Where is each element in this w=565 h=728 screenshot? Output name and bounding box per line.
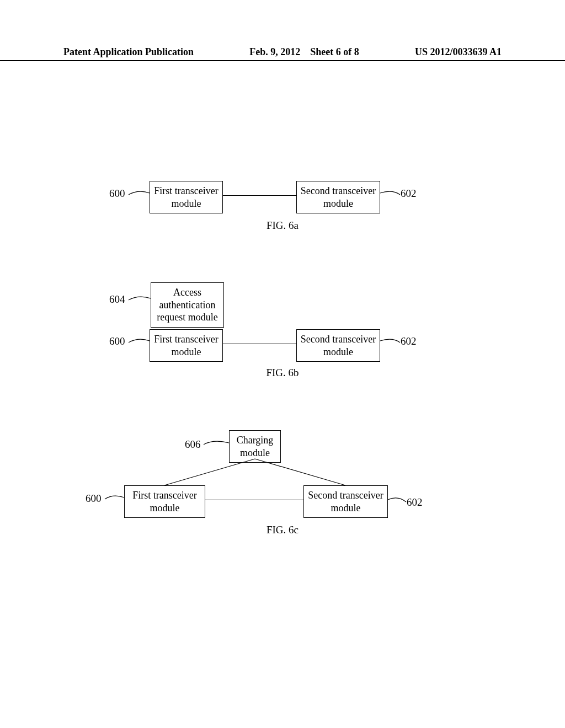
- fig6c-first-ref: 600: [86, 493, 102, 505]
- fig6c-charging-ref: 606: [185, 438, 201, 451]
- fig6b-first-ref: 600: [109, 335, 125, 347]
- header-left: Patent Application Publication: [63, 46, 194, 58]
- lead-lines: [0, 0, 565, 728]
- header-sheet: Sheet 6 of 8: [310, 46, 359, 57]
- fig6b-second-ref: 602: [401, 335, 417, 347]
- fig6c-second-ref: 602: [407, 496, 423, 508]
- fig6b-second-transceiver-box: Second transceiver module: [296, 329, 380, 362]
- svg-line-1: [255, 459, 345, 485]
- page: Patent Application Publication Feb. 9, 2…: [0, 0, 565, 728]
- fig6a-first-transceiver-box: First transceiver module: [150, 181, 223, 213]
- fig6b-first-transceiver-box: First transceiver module: [150, 329, 223, 362]
- fig6a-caption: FIG. 6a: [227, 220, 338, 232]
- fig6b-access-ref: 604: [109, 293, 125, 306]
- fig6c-connector: [205, 500, 303, 500]
- header-center: Feb. 9, 2012 Sheet 6 of 8: [194, 46, 415, 58]
- fig6c-second-transceiver-box: Second transceiver module: [303, 485, 388, 518]
- svg-line-0: [164, 459, 255, 485]
- fig6a-first-ref: 600: [109, 188, 125, 200]
- header-date: Feb. 9, 2012: [249, 46, 300, 57]
- fig6b-connector: [223, 344, 296, 344]
- fig6c-first-transceiver-box: First transceiver module: [124, 485, 205, 518]
- fig6b-access-auth-box: Access authentication request module: [151, 282, 224, 328]
- fig6a-second-ref: 602: [401, 188, 417, 200]
- fig6a-second-transceiver-box: Second transceiver module: [296, 181, 380, 213]
- fig6c-charging-box: Charging module: [229, 430, 281, 463]
- page-header: Patent Application Publication Feb. 9, 2…: [0, 46, 565, 61]
- header-right: US 2012/0033639 A1: [415, 46, 502, 58]
- fig6c-caption: FIG. 6c: [227, 524, 338, 536]
- fig6b-caption: FIG. 6b: [227, 367, 338, 379]
- fig6a-connector: [223, 195, 296, 196]
